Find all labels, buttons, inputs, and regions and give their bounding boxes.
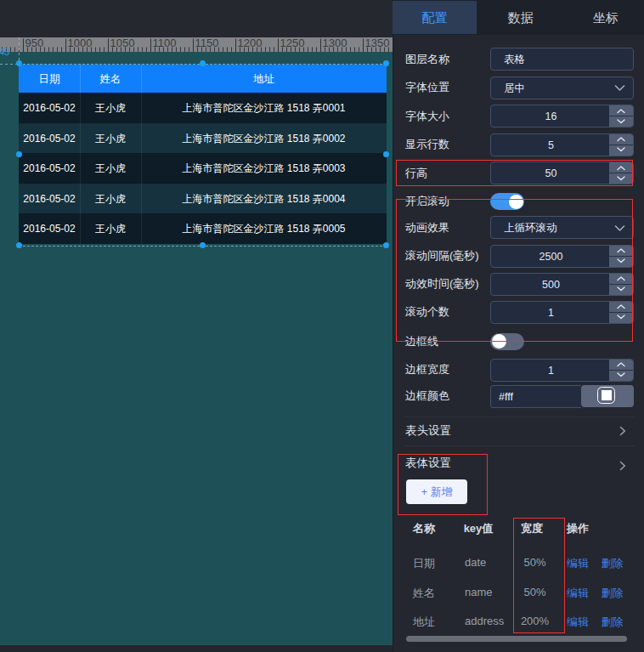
svg-text:1050: 1050 (110, 37, 135, 49)
svg-text:1250: 1250 (280, 37, 305, 49)
svg-text:1100: 1100 (153, 37, 177, 49)
svg-text:1300: 1300 (323, 37, 347, 49)
svg-text:1000: 1000 (68, 37, 93, 49)
svg-text:1150: 1150 (195, 37, 219, 49)
svg-text:1200: 1200 (238, 37, 263, 49)
svg-text:1350: 1350 (365, 37, 390, 49)
svg-text:950: 950 (25, 37, 44, 49)
